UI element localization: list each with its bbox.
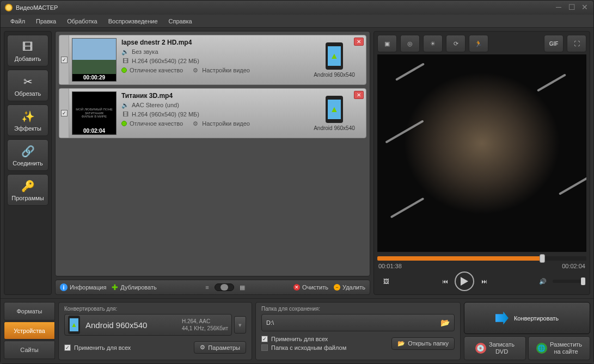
gif-button[interactable]: GIF xyxy=(544,35,564,52)
menu-playback[interactable]: Воспроизведение xyxy=(104,16,162,26)
save-panel: Папка для сохранения: D:\ 📂 ✓Применить д… xyxy=(255,302,461,360)
burn-dvd-button[interactable]: 💿ЗаписатьDVD xyxy=(464,336,526,360)
next-button[interactable]: ⏭ xyxy=(476,274,492,289)
view-list-icon[interactable]: ≡ xyxy=(205,284,209,291)
menu-process[interactable]: Обработка xyxy=(63,16,101,26)
format-bitrate: 44,1 KHz, 256Кбит xyxy=(182,325,228,332)
titlebar: ВидеоМАСТЕР ─ ☐ ✕ xyxy=(1,1,593,15)
target-icon: ◎ xyxy=(407,40,413,47)
info-icon: i xyxy=(60,283,68,291)
sidebar-join[interactable]: 🔗Соединить xyxy=(7,139,48,171)
sidebar-add[interactable]: 🎞Добавить xyxy=(7,35,48,66)
apply-all-check[interactable]: ✓Применить для всех xyxy=(64,344,131,351)
device-icon: ▲ xyxy=(326,96,343,123)
gear-icon: ⚙ xyxy=(192,120,199,127)
quality-dot-icon xyxy=(121,67,127,73)
seek-bar[interactable] xyxy=(377,256,586,261)
menu-edit[interactable]: Правка xyxy=(32,16,60,26)
duration-label: 00:02:04 xyxy=(72,127,116,134)
menu-file[interactable]: Файл xyxy=(6,16,29,26)
format-codec: H.264, AAC xyxy=(182,318,228,325)
maximize-button[interactable]: ☐ xyxy=(567,3,576,12)
convert-button[interactable]: Конвертировать xyxy=(464,302,590,334)
save-folder-label: Папка для сохранения: xyxy=(261,306,455,312)
sidebar-programs-label: Программы xyxy=(11,195,44,201)
apply-all-label: Применить для всех xyxy=(74,344,131,351)
file-target: Android 960x540 xyxy=(314,72,355,78)
x-icon: ✕ xyxy=(293,284,300,291)
file-quality: Отличное качество xyxy=(130,120,183,127)
volume-button[interactable]: 🔊 xyxy=(535,274,550,289)
sidebar-programs[interactable]: 🔑Программы xyxy=(7,174,48,206)
clear-button[interactable]: ✕Очистить xyxy=(293,284,328,291)
run-icon: 🏃 xyxy=(475,40,482,47)
enhance-tool[interactable]: ◎ xyxy=(400,35,420,52)
play-button[interactable] xyxy=(455,272,474,291)
sidebar-join-label: Соединить xyxy=(13,160,43,166)
remove-file-button[interactable]: ✕ xyxy=(354,38,364,46)
film-plus-icon: 🎞 xyxy=(20,39,35,54)
file-item[interactable]: ✓ 00:00:29 lapse dnestr 2 HD.mp4 🔊Без зв… xyxy=(59,35,366,85)
format-selector[interactable]: ▲ Android 960x540 H.264, AAC 44,1 KHz, 2… xyxy=(64,314,232,336)
file-item[interactable]: ✓ МОЙ ЛЮБИМЫЙ ПОНЕ ЗАТИТАНИКФИЛЬМ В МИРЕ… xyxy=(59,88,366,138)
time-total: 00:02:04 xyxy=(562,263,585,269)
sidebar-trim[interactable]: ✂Обрезать xyxy=(7,70,48,101)
speed-tool[interactable]: 🏃 xyxy=(469,35,488,52)
tab-sites[interactable]: Сайты xyxy=(4,341,55,359)
duration-label: 00:00:29 xyxy=(72,74,116,81)
sun-icon: ☀ xyxy=(430,40,436,47)
publish-label: Разместитьна сайте xyxy=(550,341,582,355)
video-preview[interactable] xyxy=(377,54,586,252)
sidebar-effects[interactable]: ✨Эффекты xyxy=(7,104,48,136)
crop-icon: ▣ xyxy=(384,40,390,47)
open-folder-label: Открыть папку xyxy=(408,340,449,347)
view-toggle[interactable] xyxy=(215,283,234,291)
list-footer: iИнформация ✚Дублировать ≡ ▦ ✕Очистить −… xyxy=(55,280,370,295)
app-title: ВидеоМАСТЕР xyxy=(16,4,554,11)
format-dropdown[interactable]: ▾ xyxy=(234,316,246,334)
minimize-button[interactable]: ─ xyxy=(554,3,563,12)
folder-icon[interactable]: 📂 xyxy=(440,318,450,327)
speaker-icon: 🔊 xyxy=(539,278,547,285)
dest-path-text: D:\ xyxy=(266,319,274,326)
remove-file-button[interactable]: ✕ xyxy=(354,91,364,99)
publish-button[interactable]: 🌐Разместитьна сайте xyxy=(528,336,590,360)
params-button[interactable]: ⚙Параметры xyxy=(194,341,246,354)
file-checkbox[interactable]: ✓ xyxy=(59,35,69,84)
android-icon: ▲ xyxy=(70,318,78,331)
duplicate-button[interactable]: ✚Дублировать xyxy=(112,283,156,292)
fullscreen-button[interactable]: ⛶ xyxy=(567,35,586,52)
tab-formats[interactable]: Форматы xyxy=(4,302,55,320)
video-settings-link[interactable]: Настройки видео xyxy=(202,67,250,73)
rotate-tool[interactable]: ⟳ xyxy=(446,35,466,52)
close-button[interactable]: ✕ xyxy=(580,3,589,12)
snapshot-button[interactable]: 🖼 xyxy=(378,274,394,289)
burn-dvd-label: ЗаписатьDVD xyxy=(489,341,515,355)
view-grid-icon[interactable]: ▦ xyxy=(240,284,245,291)
info-label: Информация xyxy=(70,284,106,291)
file-thumbnail[interactable]: МОЙ ЛЮБИМЫЙ ПОНЕ ЗАТИТАНИКФИЛЬМ В МИРЕ00… xyxy=(72,91,117,135)
speaker-icon: 🔊 xyxy=(121,48,129,55)
file-checkbox[interactable]: ✓ xyxy=(59,89,69,138)
delete-button[interactable]: −Удалить xyxy=(334,284,365,291)
volume-slider[interactable] xyxy=(553,280,585,283)
app-logo xyxy=(5,4,13,11)
open-folder-button[interactable]: 📂Открыть папку xyxy=(391,337,455,350)
format-tabs: Форматы Устройства Сайты xyxy=(4,302,55,360)
crop-tool[interactable]: ▣ xyxy=(377,35,397,52)
preview-panel: ▣ ◎ ☀ ⟳ 🏃 GIF ⛶ xyxy=(373,31,590,295)
tab-devices[interactable]: Устройства xyxy=(4,322,55,340)
source-folder-check[interactable]: Папка с исходным файлом xyxy=(261,344,346,351)
menu-help[interactable]: Справка xyxy=(164,16,197,26)
gear-icon: ⚙ xyxy=(192,66,199,74)
apply-all-check-2[interactable]: ✓Применить для всех xyxy=(261,336,346,342)
brightness-tool[interactable]: ☀ xyxy=(423,35,443,52)
disc-icon: 💿 xyxy=(475,343,486,354)
file-thumbnail[interactable]: 00:00:29 xyxy=(72,38,117,82)
sparkle-icon: ✨ xyxy=(20,109,35,124)
info-button[interactable]: iИнформация xyxy=(60,283,106,291)
folder-open-icon: 📂 xyxy=(397,340,405,347)
prev-button[interactable]: ⏮ xyxy=(437,274,452,289)
dest-path[interactable]: D:\ 📂 xyxy=(261,314,455,331)
video-settings-link[interactable]: Настройки видео xyxy=(202,120,250,127)
